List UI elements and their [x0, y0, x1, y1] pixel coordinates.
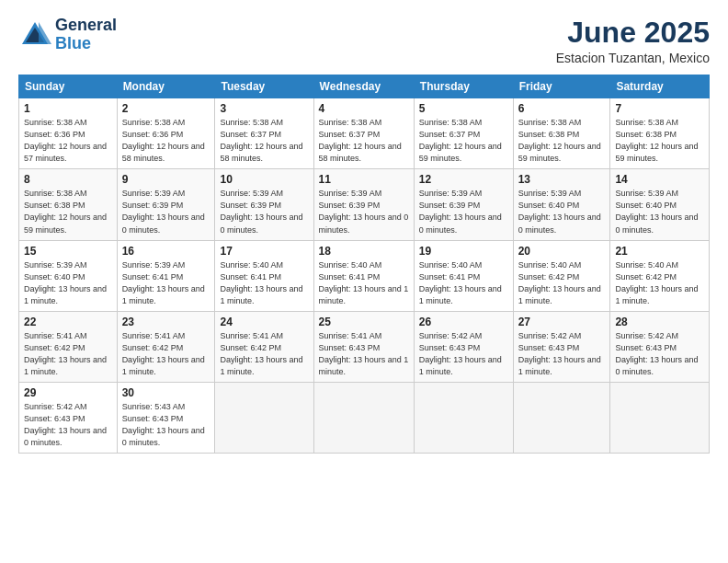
- calendar-cell: [215, 382, 313, 453]
- day-info: Sunrise: 5:40 AMSunset: 6:41 PMDaylight:…: [220, 260, 302, 305]
- calendar-cell: 24 Sunrise: 5:41 AMSunset: 6:42 PMDaylig…: [215, 311, 313, 382]
- calendar-cell: 8 Sunrise: 5:38 AMSunset: 6:38 PMDayligh…: [19, 169, 118, 240]
- day-info: Sunrise: 5:39 AMSunset: 6:39 PMDaylight:…: [220, 189, 302, 234]
- logo-icon: [18, 18, 51, 52]
- calendar-cell: 26 Sunrise: 5:42 AMSunset: 6:43 PMDaylig…: [414, 311, 513, 382]
- title-block: June 2025 Estacion Tuzantan, Mexico: [556, 17, 710, 65]
- calendar-cell: 29 Sunrise: 5:42 AMSunset: 6:43 PMDaylig…: [19, 382, 118, 453]
- calendar-cell: [513, 382, 610, 453]
- calendar-cell: 18 Sunrise: 5:40 AMSunset: 6:41 PMDaylig…: [313, 240, 414, 311]
- calendar-cell: 10 Sunrise: 5:39 AMSunset: 6:39 PMDaylig…: [215, 169, 313, 240]
- day-number: 17: [220, 245, 308, 258]
- day-info: Sunrise: 5:38 AMSunset: 6:37 PMDaylight:…: [319, 118, 402, 163]
- day-number: 12: [419, 173, 508, 186]
- day-number: 30: [122, 386, 210, 399]
- calendar-cell: 30 Sunrise: 5:43 AMSunset: 6:43 PMDaylig…: [117, 382, 215, 453]
- day-info: Sunrise: 5:38 AMSunset: 6:38 PMDaylight:…: [518, 118, 601, 163]
- day-number: 22: [24, 316, 112, 328]
- weekday-header-sunday: Sunday: [19, 75, 118, 98]
- day-number: 27: [518, 316, 606, 328]
- day-number: 26: [419, 316, 508, 328]
- day-info: Sunrise: 5:39 AMSunset: 6:39 PMDaylight:…: [419, 189, 502, 234]
- svg-marker-2: [39, 22, 51, 44]
- day-info: Sunrise: 5:38 AMSunset: 6:38 PMDaylight:…: [24, 189, 107, 234]
- location: Estacion Tuzantan, Mexico: [556, 51, 710, 65]
- day-info: Sunrise: 5:39 AMSunset: 6:40 PMDaylight:…: [615, 189, 698, 234]
- calendar-cell: 17 Sunrise: 5:40 AMSunset: 6:41 PMDaylig…: [215, 240, 313, 311]
- day-info: Sunrise: 5:41 AMSunset: 6:42 PMDaylight:…: [220, 331, 302, 376]
- calendar-cell: 23 Sunrise: 5:41 AMSunset: 6:42 PMDaylig…: [117, 311, 215, 382]
- calendar-week-2: 8 Sunrise: 5:38 AMSunset: 6:38 PMDayligh…: [19, 169, 710, 240]
- day-number: 24: [220, 316, 308, 328]
- calendar-cell: 16 Sunrise: 5:39 AMSunset: 6:41 PMDaylig…: [117, 240, 215, 311]
- calendar-cell: 28 Sunrise: 5:42 AMSunset: 6:43 PMDaylig…: [610, 311, 710, 382]
- day-number: 3: [220, 102, 308, 115]
- day-info: Sunrise: 5:40 AMSunset: 6:42 PMDaylight:…: [518, 260, 601, 305]
- calendar-cell: 13 Sunrise: 5:39 AMSunset: 6:40 PMDaylig…: [513, 169, 610, 240]
- header: General Blue June 2025 Estacion Tuzantan…: [18, 17, 710, 65]
- day-number: 18: [319, 245, 409, 258]
- weekday-header-monday: Monday: [117, 75, 215, 98]
- day-number: 23: [122, 316, 210, 328]
- calendar-week-3: 15 Sunrise: 5:39 AMSunset: 6:40 PMDaylig…: [19, 240, 710, 311]
- day-info: Sunrise: 5:38 AMSunset: 6:36 PMDaylight:…: [24, 118, 107, 163]
- weekday-header-tuesday: Tuesday: [215, 75, 313, 98]
- calendar-cell: 22 Sunrise: 5:41 AMSunset: 6:42 PMDaylig…: [19, 311, 118, 382]
- calendar-cell: [313, 382, 414, 453]
- day-number: 5: [419, 102, 508, 115]
- day-number: 14: [615, 173, 704, 186]
- day-number: 21: [615, 245, 704, 258]
- calendar-cell: 1 Sunrise: 5:38 AMSunset: 6:36 PMDayligh…: [19, 98, 118, 169]
- day-info: Sunrise: 5:38 AMSunset: 6:37 PMDaylight:…: [220, 118, 302, 163]
- calendar-cell: 5 Sunrise: 5:38 AMSunset: 6:37 PMDayligh…: [414, 98, 513, 169]
- month-title: June 2025: [556, 17, 710, 49]
- calendar-cell: 15 Sunrise: 5:39 AMSunset: 6:40 PMDaylig…: [19, 240, 118, 311]
- day-number: 13: [518, 173, 606, 186]
- day-number: 8: [24, 173, 112, 186]
- day-info: Sunrise: 5:39 AMSunset: 6:39 PMDaylight:…: [319, 189, 409, 234]
- calendar-cell: 4 Sunrise: 5:38 AMSunset: 6:37 PMDayligh…: [313, 98, 414, 169]
- day-number: 10: [220, 173, 308, 186]
- day-info: Sunrise: 5:38 AMSunset: 6:36 PMDaylight:…: [122, 118, 205, 163]
- weekday-header-wednesday: Wednesday: [313, 75, 414, 98]
- calendar-week-4: 22 Sunrise: 5:41 AMSunset: 6:42 PMDaylig…: [19, 311, 710, 382]
- day-info: Sunrise: 5:43 AMSunset: 6:43 PMDaylight:…: [122, 402, 205, 447]
- day-info: Sunrise: 5:39 AMSunset: 6:40 PMDaylight:…: [24, 260, 107, 305]
- day-info: Sunrise: 5:39 AMSunset: 6:40 PMDaylight:…: [518, 189, 601, 234]
- day-number: 25: [319, 316, 409, 328]
- day-info: Sunrise: 5:41 AMSunset: 6:43 PMDaylight:…: [319, 331, 409, 376]
- day-number: 20: [518, 245, 606, 258]
- day-info: Sunrise: 5:42 AMSunset: 6:43 PMDaylight:…: [24, 402, 107, 447]
- day-info: Sunrise: 5:42 AMSunset: 6:43 PMDaylight:…: [419, 331, 502, 376]
- day-info: Sunrise: 5:42 AMSunset: 6:43 PMDaylight:…: [615, 331, 698, 376]
- calendar-cell: 14 Sunrise: 5:39 AMSunset: 6:40 PMDaylig…: [610, 169, 710, 240]
- day-number: 16: [122, 245, 210, 258]
- weekday-header-friday: Friday: [513, 75, 610, 98]
- calendar-cell: 25 Sunrise: 5:41 AMSunset: 6:43 PMDaylig…: [313, 311, 414, 382]
- day-number: 15: [24, 245, 112, 258]
- day-number: 6: [518, 102, 606, 115]
- calendar-cell: 9 Sunrise: 5:39 AMSunset: 6:39 PMDayligh…: [117, 169, 215, 240]
- calendar-cell: [610, 382, 710, 453]
- weekday-header-saturday: Saturday: [610, 75, 710, 98]
- day-info: Sunrise: 5:41 AMSunset: 6:42 PMDaylight:…: [122, 331, 205, 376]
- day-number: 9: [122, 173, 210, 186]
- calendar-cell: 7 Sunrise: 5:38 AMSunset: 6:38 PMDayligh…: [610, 98, 710, 169]
- calendar-week-1: 1 Sunrise: 5:38 AMSunset: 6:36 PMDayligh…: [19, 98, 710, 169]
- calendar-week-5: 29 Sunrise: 5:42 AMSunset: 6:43 PMDaylig…: [19, 382, 710, 453]
- weekday-header-row: SundayMondayTuesdayWednesdayThursdayFrid…: [19, 75, 710, 98]
- calendar-cell: 6 Sunrise: 5:38 AMSunset: 6:38 PMDayligh…: [513, 98, 610, 169]
- calendar-cell: 2 Sunrise: 5:38 AMSunset: 6:36 PMDayligh…: [117, 98, 215, 169]
- calendar-cell: 20 Sunrise: 5:40 AMSunset: 6:42 PMDaylig…: [513, 240, 610, 311]
- day-info: Sunrise: 5:40 AMSunset: 6:41 PMDaylight:…: [419, 260, 502, 305]
- day-info: Sunrise: 5:42 AMSunset: 6:43 PMDaylight:…: [518, 331, 601, 376]
- day-number: 29: [24, 386, 112, 399]
- day-number: 1: [24, 102, 112, 115]
- logo-line1: General: [55, 17, 117, 35]
- day-info: Sunrise: 5:38 AMSunset: 6:38 PMDaylight:…: [615, 118, 698, 163]
- calendar-cell: [414, 382, 513, 453]
- day-number: 11: [319, 173, 409, 186]
- day-info: Sunrise: 5:38 AMSunset: 6:37 PMDaylight:…: [419, 118, 502, 163]
- calendar-cell: 12 Sunrise: 5:39 AMSunset: 6:39 PMDaylig…: [414, 169, 513, 240]
- page: General Blue June 2025 Estacion Tuzantan…: [0, 0, 728, 563]
